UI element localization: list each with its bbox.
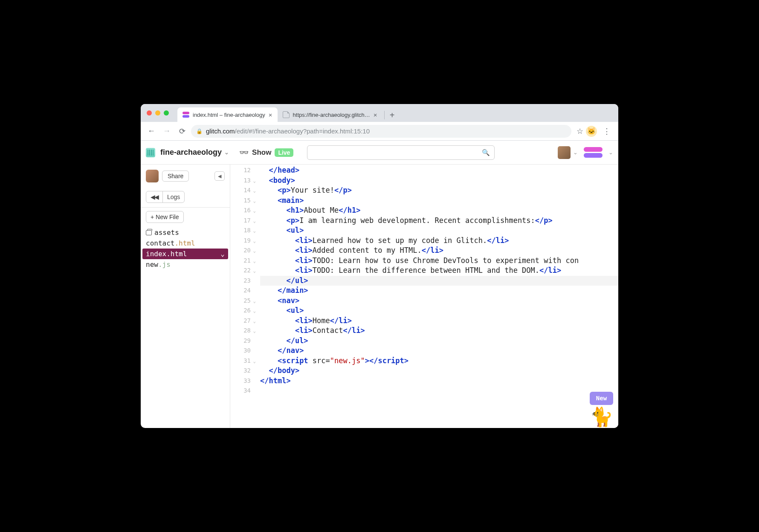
code-line[interactable]: <main> (260, 196, 618, 206)
new-tab-button[interactable]: + (386, 110, 398, 122)
code-line[interactable]: <ul> (260, 226, 618, 236)
close-tab-icon[interactable]: × (269, 111, 272, 119)
line-number[interactable]: 15 (230, 196, 251, 206)
line-number[interactable]: 13 (230, 176, 251, 186)
cat-mascot-icon[interactable]: 🐈 (590, 408, 613, 426)
sidebar: Share ◀ ◀◀ Logs + New File assetscontact… (141, 165, 230, 428)
chevron-down-icon[interactable]: ⌄ (608, 149, 613, 156)
chevron-down-icon[interactable]: ⌄ (573, 149, 578, 156)
chevron-down-icon: ⌄ (220, 250, 225, 258)
page-favicon-icon (283, 111, 290, 118)
back-button[interactable]: ← (145, 125, 158, 138)
line-number[interactable]: 25 (230, 296, 251, 306)
line-number[interactable]: 14 (230, 185, 251, 196)
browser-tabstrip: index.html – fine-archaeology × https://… (141, 104, 618, 122)
code-line[interactable] (260, 386, 618, 396)
new-badge[interactable]: New (590, 392, 613, 405)
code-line[interactable]: </body> (260, 366, 618, 376)
line-number[interactable]: 20 (230, 246, 251, 256)
line-number[interactable]: 26 (230, 306, 251, 316)
code-line[interactable]: <p>I am learning web development. Recent… (260, 216, 618, 226)
code-line[interactable]: <ul> (260, 306, 618, 316)
code-line[interactable]: <h1>About Me</h1> (260, 205, 618, 216)
line-number[interactable]: 31 (230, 356, 251, 366)
code-line[interactable]: </main> (260, 286, 618, 296)
line-number[interactable]: 19 (230, 236, 251, 246)
line-number[interactable]: 12 (230, 165, 251, 176)
assets-icon (146, 230, 152, 235)
project-icon (146, 148, 155, 157)
code-line[interactable]: <li>Contact</li> (260, 326, 618, 336)
file-list: assetscontact.htmlindex.html⌄new.js (141, 227, 230, 270)
line-number[interactable]: 27 (230, 316, 251, 326)
bookmark-star-icon[interactable]: ☆ (576, 127, 583, 136)
minimize-window-icon[interactable] (155, 110, 160, 116)
code-line[interactable]: <script src="new.js"></script> (260, 356, 618, 366)
close-window-icon[interactable] (147, 110, 152, 116)
forward-button[interactable]: → (160, 125, 173, 138)
chrome-profile-button[interactable]: 🐱 (586, 126, 597, 137)
code-line[interactable]: <body> (260, 176, 618, 186)
rewind-button[interactable]: ◀◀ (146, 191, 163, 202)
logs-button[interactable]: Logs (163, 191, 184, 202)
line-number[interactable]: 17 (230, 216, 251, 226)
logs-button-group: ◀◀ Logs (146, 191, 185, 203)
maximize-window-icon[interactable] (164, 110, 169, 116)
code-line[interactable]: </nav> (260, 346, 618, 356)
code-line[interactable]: <li>Home</li> (260, 316, 618, 326)
code-line[interactable]: </head> (260, 165, 618, 176)
browser-tab-inactive[interactable]: https://fine-archaeology.glitch… × (278, 107, 382, 122)
lock-icon: 🔒 (196, 128, 203, 134)
glasses-icon: 👓 (239, 148, 249, 157)
glitch-favicon-icon (183, 111, 189, 118)
user-avatar[interactable] (558, 146, 571, 159)
code-line[interactable]: <nav> (260, 296, 618, 306)
collapse-sidebar-icon[interactable]: ◀ (214, 171, 225, 181)
code-line[interactable]: <p>Your site!</p> (260, 185, 618, 196)
collaborator-avatar[interactable] (146, 170, 159, 182)
sidebar-item-file[interactable]: index.html⌄ (142, 249, 228, 259)
code-line[interactable]: </ul> (260, 276, 618, 286)
line-number[interactable]: 18 (230, 226, 251, 236)
search-input[interactable]: 🔍 (307, 145, 495, 160)
code-editor[interactable]: 1213141516171819202122232425262728293031… (230, 165, 618, 428)
address-bar[interactable]: 🔒 glitch.com/edit/#!/fine-archaeology?pa… (191, 125, 571, 138)
tab-separator (384, 111, 385, 119)
code-line[interactable]: <li>Learned how to set up my code in Gli… (260, 236, 618, 246)
code-line[interactable]: </ul> (260, 336, 618, 346)
line-number[interactable]: 21 (230, 256, 251, 266)
line-number[interactable]: 30 (230, 346, 251, 356)
browser-tab-active[interactable]: index.html – fine-archaeology × (177, 107, 278, 122)
code-line[interactable]: <li>TODO: Learn the difference between H… (260, 266, 618, 276)
code-line[interactable]: <li>TODO: Learn how to use Chrome DevToo… (260, 256, 618, 266)
show-button[interactable]: 👓 Show Live (239, 148, 293, 157)
url-text: glitch.com/edit/#!/fine-archaeology?path… (206, 127, 370, 135)
sidebar-item-assets[interactable]: assets (141, 227, 230, 238)
line-number[interactable]: 34 (230, 386, 251, 396)
line-number[interactable]: 32 (230, 366, 251, 376)
file-name: assets (154, 228, 179, 237)
reload-button[interactable]: ⟳ (176, 125, 188, 138)
line-number[interactable]: 29 (230, 336, 251, 346)
code-line[interactable]: <li>Added content to my HTML.</li> (260, 246, 618, 256)
browser-toolbar: ← → ⟳ 🔒 glitch.com/edit/#!/fine-archaeol… (141, 122, 618, 141)
header-right: ⌄ ⌄ (558, 146, 613, 159)
line-number[interactable]: 33 (230, 376, 251, 386)
sidebar-item-file[interactable]: new.js (141, 259, 230, 270)
line-number[interactable]: 28 (230, 326, 251, 336)
line-number[interactable]: 23 (230, 276, 251, 286)
sidebar-item-file[interactable]: contact.html (141, 238, 230, 249)
code-line[interactable]: </html> (260, 376, 618, 386)
share-button[interactable]: Share (162, 171, 189, 182)
code-content[interactable]: </head> <body> <p>Your site!</p> <main> … (260, 165, 618, 396)
line-number[interactable]: 24 (230, 286, 251, 296)
new-file-button[interactable]: + New File (146, 211, 184, 223)
line-number[interactable]: 22 (230, 266, 251, 276)
line-gutter: 1213141516171819202122232425262728293031… (230, 165, 254, 396)
line-number[interactable]: 16 (230, 205, 251, 216)
glitch-logo-icon[interactable] (584, 147, 603, 158)
project-name-label: fine-archaeology (160, 148, 222, 157)
close-tab-icon[interactable]: × (374, 111, 377, 119)
chrome-menu-icon[interactable]: ⋮ (600, 127, 614, 136)
project-name-dropdown[interactable]: fine-archaeology ⌄ (160, 148, 229, 157)
